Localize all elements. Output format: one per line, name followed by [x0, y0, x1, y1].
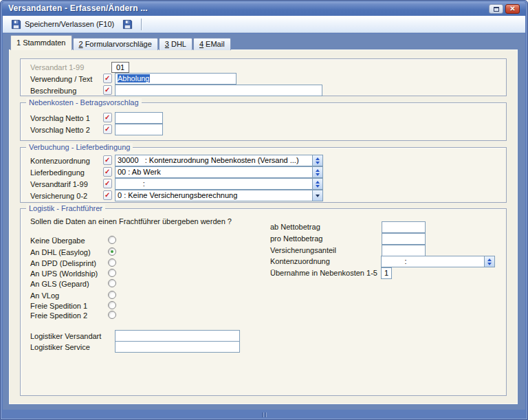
section-nebenkosten: Nebenkosten - Betragsvorschlag Vorschlag… [20, 102, 507, 141]
lieferbedingung-combo[interactable]: 00 : Ab Werk [115, 166, 323, 178]
close-button[interactable]: ✕ [505, 4, 520, 14]
radio-label: An UPS (Worldship) [30, 269, 98, 278]
radio-label: An DHL (Easylog) [30, 248, 91, 256]
radio-row-dpd: An DPD (Delisprint) [30, 259, 182, 269]
check-icon[interactable] [103, 190, 112, 200]
netto2-label: Vorschlag Netto 2 [30, 126, 90, 134]
check-icon[interactable] [103, 155, 112, 165]
check-icon[interactable] [103, 74, 112, 83]
versicherungsanteil-input[interactable] [382, 245, 426, 256]
versandtarif-combo[interactable]: : [115, 178, 323, 190]
save-exit-button[interactable]: Speichern/Verlassen (F10) [7, 17, 118, 32]
tab-page-stammdaten: Versandart 1-99 01 Verwendung / Text Abh… [9, 49, 518, 404]
frachtfuehrer-question: Sollen die Daten an einen Frachtführer ü… [30, 217, 232, 225]
tab-label: EMail [206, 40, 225, 48]
close-icon: ✕ [509, 5, 515, 12]
lieferbedingung-label: Lieferbedingung [30, 168, 85, 177]
kontenzuordnung-label: Kontenzuordnung [30, 157, 90, 165]
toolbar: Speichern/Verlassen (F10) [3, 16, 525, 33]
radio-button[interactable] [108, 311, 116, 319]
dialog-window: Versandarten - Erfassen/Ändern ... ✕ Spe… [0, 0, 528, 420]
tab-label: DHL [171, 40, 186, 48]
radio-row-ups: An UPS (Worldship) [30, 269, 182, 279]
spinner-icon[interactable] [312, 155, 322, 166]
combo-value: 30000 : Kontenzurodnung Nebenkosten (Ver… [118, 155, 311, 166]
versicherungsanteil-label: Versicherungsanteil [270, 246, 336, 254]
radio-button[interactable] [108, 247, 116, 256]
verwendung-input[interactable]: Abholung [115, 73, 236, 85]
tab-formularvorschlaege[interactable]: 2Formularvorschläge [73, 38, 158, 50]
radio-button[interactable] [108, 269, 116, 277]
combo-value: : [384, 256, 483, 267]
restore-icon [494, 7, 499, 12]
radio-button[interactable] [108, 279, 116, 287]
radio-button[interactable] [108, 301, 116, 309]
check-icon[interactable] [103, 113, 112, 122]
radio-row-gls: An GLS (Gepard) [30, 280, 182, 289]
verwendung-label: Verwendung / Text [30, 75, 92, 83]
tab-number: 2 [79, 40, 83, 48]
save-exit-label: Speichern/Verlassen (F10) [25, 20, 114, 28]
section-title: Nebenkosten - Betragsvorschlag [26, 98, 142, 107]
check-icon[interactable] [103, 179, 112, 188]
radio-label: Keine Übergabe [30, 236, 85, 245]
tab-number: 4 [199, 40, 204, 48]
logistiker-service-input[interactable] [115, 341, 240, 353]
section-verbuchung: Verbuchung - Lieferbedingung Kontenzuord… [20, 147, 507, 203]
check-icon[interactable] [103, 124, 112, 134]
logistiker-service-label: Logistiker Service [30, 343, 90, 351]
beschreibung-label: Beschreibung [30, 87, 76, 95]
logistiker-versandart-input[interactable] [115, 330, 240, 342]
combo-value: : [118, 179, 311, 189]
section-logistik: Logistik - Frachtführer Sollen die Daten… [20, 208, 507, 396]
title-bar[interactable]: Versandarten - Erfassen/Ändern ... ✕ [2, 2, 526, 16]
beschreibung-input[interactable] [115, 85, 322, 96]
kontenzuordnung-label: Kontenzuordnung [270, 257, 330, 265]
check-icon[interactable] [103, 167, 112, 177]
logistiker-versandart-label: Logistiker Versandart [30, 332, 101, 340]
window-title: Versandarten - Erfassen/Ändern ... [8, 3, 148, 13]
radio-label: Freie Spedition 1 [30, 302, 87, 310]
kontenzuordnung-combo[interactable]: : [381, 256, 495, 267]
save-icon [122, 19, 133, 30]
tab-dhl[interactable]: 3DHL [159, 38, 192, 50]
combo-value: 00 : Ab Werk [118, 167, 311, 177]
radio-row-keine-uebergabe: Keine Übergabe [30, 236, 182, 246]
radio-label: An DPD (Delisprint) [30, 259, 96, 267]
toolbar-separator [141, 19, 142, 30]
tab-email[interactable]: 4EMail [193, 38, 231, 50]
section-stammdaten: Versandart 1-99 01 Verwendung / Text Abh… [20, 58, 507, 96]
uebernahme-input[interactable]: 1 [381, 267, 392, 279]
chevron-down-icon[interactable] [312, 190, 322, 201]
spinner-icon[interactable] [484, 256, 494, 267]
versandart-label: Versandart 1-99 [30, 63, 84, 71]
versicherung-combo[interactable]: 0 : Keine Versicherungsberechnung [115, 190, 323, 201]
kontenzuordnung-combo[interactable]: 30000 : Kontenzurodnung Nebenkosten (Ver… [115, 155, 323, 166]
ab-nettobetrag-input[interactable] [382, 221, 426, 233]
tab-stammdaten[interactable]: 1Stammdaten [10, 35, 72, 50]
spinner-icon[interactable] [312, 179, 322, 189]
netto2-input[interactable] [115, 124, 163, 135]
versandart-value: 01 [111, 62, 129, 73]
versandtarif-label: Versandtarif 1-99 [30, 180, 88, 188]
radio-button[interactable] [108, 258, 116, 267]
uebernahme-label: Übernahme in Nebenkosten 1-5 [270, 269, 377, 277]
resize-grip[interactable] [262, 412, 266, 417]
radio-row-spedition2: Freie Spedition 2 [30, 311, 182, 321]
radio-label: Freie Spedition 2 [30, 311, 87, 320]
pro-nettobetrag-label: pro Nettobetrag [270, 234, 322, 243]
netto1-input[interactable] [115, 112, 163, 124]
radio-label: An VLog [30, 291, 59, 300]
radio-button[interactable] [108, 291, 116, 299]
tab-strip: 1Stammdaten 2Formularvorschläge 3DHL 4EM… [10, 35, 232, 50]
combo-value: 0 : Keine Versicherungsberechnung [118, 190, 311, 201]
section-title: Verbuchung - Lieferbedingung [26, 143, 133, 151]
versicherung-label: Versicherung 0-2 [30, 192, 87, 200]
check-icon[interactable] [103, 85, 112, 95]
save-button[interactable] [118, 17, 137, 32]
tab-label: Stammdaten [23, 38, 65, 47]
spinner-icon[interactable] [312, 167, 322, 177]
radio-button[interactable] [108, 236, 116, 244]
restore-button[interactable] [489, 4, 503, 14]
pro-nettobetrag-input[interactable] [382, 233, 426, 245]
